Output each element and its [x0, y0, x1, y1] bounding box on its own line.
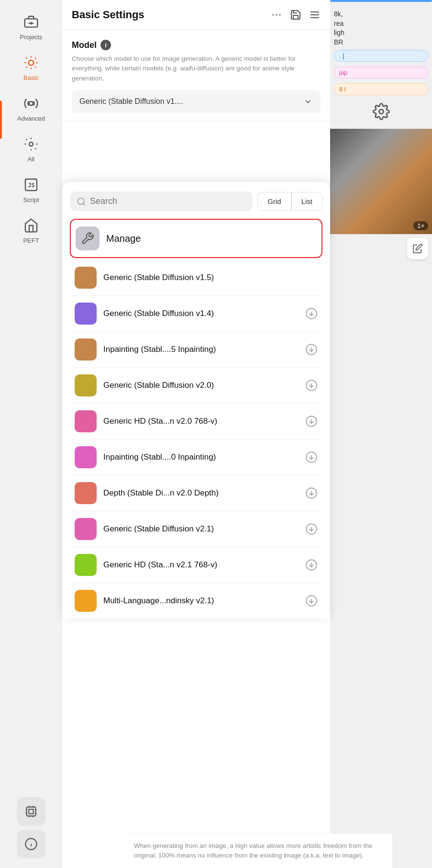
model-list-item[interactable]: Generic HD (Sta...n v2.0 768-v) — [70, 404, 322, 440]
wrench-icon — [81, 232, 94, 245]
sidebar: Projects Basic Advanced All JS Script PE… — [0, 0, 62, 868]
model-color-swatch — [75, 518, 97, 540]
model-list-item[interactable]: Generic HD (Sta...n v2.1 768-v) — [70, 547, 322, 583]
right-image-area: 1× — [330, 129, 432, 234]
model-selected-value: Generic (Stable Diffusion v1.... — [79, 97, 183, 106]
tag-pink: jap — [334, 67, 428, 79]
right-panel: 8k,realighBR . [ jap 8 l 1× — [330, 0, 432, 868]
edit-icon-button[interactable] — [407, 238, 428, 259]
search-icon — [77, 197, 86, 206]
model-list-item[interactable]: Inpainting (Stabl....0 Inpainting) — [70, 440, 322, 475]
download-icon[interactable] — [305, 559, 318, 571]
manage-label: Manage — [106, 233, 141, 244]
download-icon[interactable] — [305, 487, 318, 499]
processor-button[interactable] — [17, 797, 45, 826]
model-list-item[interactable]: Multi-Language...ndinsky v2.1) — [70, 583, 322, 619]
peft-icon — [23, 218, 39, 235]
model-item-name: Generic HD (Sta...n v2.0 768-v) — [103, 417, 299, 426]
download-icon[interactable] — [305, 523, 318, 535]
model-color-swatch — [75, 267, 97, 289]
more-options-button[interactable] — [271, 9, 282, 21]
model-list-item[interactable]: Generic (Stable Diffusion v1.4) — [70, 296, 322, 332]
sidebar-label-all: All — [28, 156, 34, 163]
model-color-swatch — [75, 303, 97, 325]
settings-icon[interactable] — [373, 103, 390, 120]
model-item-name: Inpainting (Stabl....5 Inpainting) — [103, 345, 299, 354]
model-picker-overlay: Grid List Manage Generic (Stable Diffusi… — [62, 182, 330, 619]
download-icon[interactable] — [305, 343, 318, 356]
model-item-name: Generic (Stable Diffusion v1.5) — [103, 273, 318, 282]
all-icon — [23, 136, 39, 154]
info-button[interactable] — [17, 830, 45, 858]
model-label-row: Model i — [72, 40, 321, 50]
menu-button[interactable] — [309, 9, 321, 21]
advanced-icon — [23, 96, 39, 113]
bottom-description: When generating from an image, a high va… — [134, 842, 372, 859]
view-toggle: Grid List — [257, 192, 322, 211]
search-row: Grid List — [70, 192, 322, 211]
right-panel-top: 8k,realighBR . [ jap 8 l — [330, 5, 432, 125]
model-description: Choose which model to use for image gene… — [72, 54, 321, 83]
header-icons — [271, 9, 321, 21]
model-list-item[interactable]: Generic (Stable Diffusion v2.0) — [70, 368, 322, 404]
manage-item[interactable]: Manage — [70, 219, 322, 258]
sidebar-item-peft[interactable]: PEFT — [5, 213, 57, 249]
download-icon[interactable] — [305, 451, 318, 463]
sidebar-label-script: Script — [23, 196, 39, 203]
svg-rect-9 — [29, 809, 33, 813]
model-list-item[interactable]: Depth (Stable Di...n v2.0 Depth) — [70, 475, 322, 511]
svg-point-23 — [279, 14, 281, 16]
svg-point-22 — [276, 14, 277, 16]
model-dropdown[interactable]: Generic (Stable Diffusion v1.... — [72, 90, 321, 113]
sidebar-item-all[interactable]: All — [5, 132, 57, 168]
manage-icon-box — [76, 226, 100, 250]
model-item-name: Generic (Stable Diffusion v1.4) — [103, 309, 299, 318]
download-icon[interactable] — [305, 307, 318, 320]
tag-blue: . [ — [334, 50, 428, 62]
model-color-swatch — [75, 410, 97, 432]
model-color-swatch — [75, 338, 97, 361]
model-item-name: Inpainting (Stabl....0 Inpainting) — [103, 452, 299, 462]
panel-header: Basic Settings — [62, 0, 330, 30]
script-icon: JS — [23, 177, 39, 194]
model-list: Generic (Stable Diffusion v1.5)Generic (… — [70, 260, 322, 619]
model-list-item[interactable]: Inpainting (Stabl....5 Inpainting) — [70, 332, 322, 368]
save-button[interactable] — [290, 9, 301, 21]
model-list-item[interactable]: Generic (Stable Diffusion v2.1) — [70, 511, 322, 547]
svg-point-21 — [273, 14, 274, 16]
search-box — [70, 192, 253, 211]
download-icon[interactable] — [305, 595, 318, 607]
model-color-swatch — [75, 374, 97, 396]
active-indicator — [0, 101, 2, 139]
right-blue-bar — [330, 0, 432, 2]
grid-view-button[interactable]: Grid — [257, 192, 291, 211]
search-input[interactable] — [90, 196, 246, 206]
sidebar-item-advanced[interactable]: Advanced — [5, 91, 57, 127]
svg-point-47 — [379, 110, 383, 114]
bottom-text-panel: When generating from an image, a high va… — [124, 833, 392, 868]
tag-orange: 8 l — [334, 83, 428, 95]
right-bottom-icons — [330, 234, 432, 263]
basic-icon — [23, 55, 39, 72]
model-list-item[interactable]: Generic (Stable Diffusion v1.5) — [70, 260, 322, 296]
svg-point-27 — [78, 198, 84, 204]
sidebar-label-advanced: Advanced — [17, 115, 45, 122]
sidebar-item-basic[interactable]: Basic — [5, 50, 57, 86]
image-scale-label: 1× — [413, 221, 428, 230]
download-icon[interactable] — [305, 379, 318, 392]
download-icon[interactable] — [305, 415, 318, 428]
list-view-button[interactable]: List — [291, 192, 322, 211]
sidebar-item-projects[interactable]: Projects — [5, 10, 57, 45]
model-color-swatch — [75, 482, 97, 504]
svg-point-3 — [29, 60, 34, 66]
model-item-name: Generic (Stable Diffusion v2.0) — [103, 381, 299, 390]
panel-title: Basic Settings — [72, 9, 144, 21]
svg-point-4 — [29, 101, 33, 105]
projector-icon — [23, 14, 39, 32]
sidebar-item-script[interactable]: JS Script — [5, 172, 57, 208]
model-item-name: Depth (Stable Di...n v2.0 Depth) — [103, 488, 299, 498]
main-panel: Basic Settings Model i Choose which mode… — [62, 0, 330, 868]
model-info-icon[interactable]: i — [100, 40, 111, 50]
sidebar-label-projects: Projects — [20, 34, 43, 41]
model-color-swatch — [75, 446, 97, 468]
